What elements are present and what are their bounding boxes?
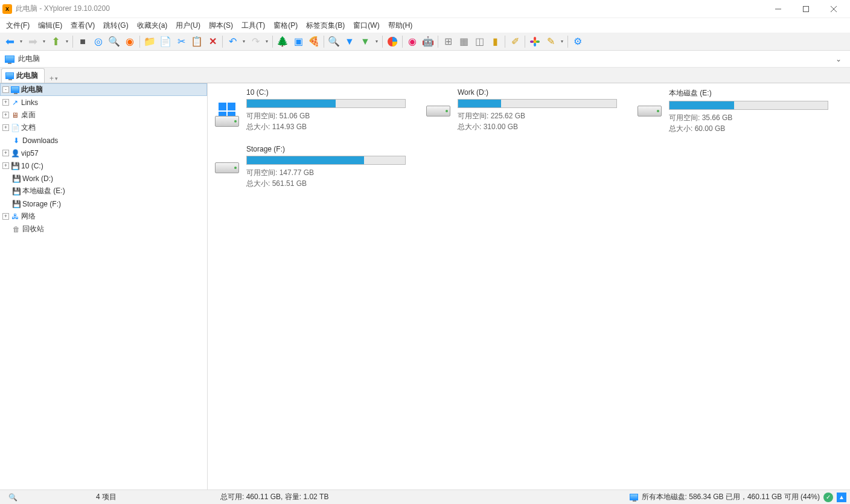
- minimize-button[interactable]: [764, 0, 792, 18]
- tree-expand-toggle[interactable]: +: [2, 124, 9, 131]
- tree-item-[interactable]: +🖧网络: [0, 210, 207, 223]
- search-globe-icon[interactable]: 🔍: [107, 34, 121, 49]
- menu-item-7[interactable]: 工具(T): [238, 19, 269, 32]
- tree-item-vip57[interactable]: +👤vip57: [0, 147, 207, 159]
- separator: [567, 36, 568, 48]
- tab-add[interactable]: + ▾: [46, 74, 62, 83]
- tree-item-10c[interactable]: +💾10 (C:): [0, 159, 207, 172]
- paste-icon[interactable]: 📋: [190, 34, 204, 49]
- cut-icon[interactable]: ✂: [174, 34, 188, 49]
- pizza-icon[interactable]: 🍕: [307, 34, 321, 49]
- new-folder-icon[interactable]: 📁: [142, 34, 157, 49]
- tree-expand-toggle[interactable]: +: [2, 112, 9, 118]
- play-icon[interactable]: ◉: [123, 34, 137, 49]
- tree-expand-toggle[interactable]: -: [2, 86, 9, 93]
- forward-button[interactable]: ➡: [25, 34, 40, 49]
- back-dropdown[interactable]: ▾: [18, 34, 24, 49]
- maximize-button[interactable]: [792, 0, 820, 18]
- list-icon[interactable]: ▦: [456, 34, 471, 49]
- color-icon[interactable]: [528, 34, 542, 49]
- minimize-icon: [775, 6, 781, 12]
- spiral-icon[interactable]: ◉: [405, 34, 420, 49]
- tab-active[interactable]: 此电脑: [1, 68, 45, 83]
- usage-fill: [458, 100, 501, 107]
- tree-item-[interactable]: +🖥桌面: [0, 109, 207, 121]
- pie-icon[interactable]: [385, 34, 400, 49]
- drive-total: 总大小: 60.00 GB: [669, 123, 828, 134]
- menu-item-10[interactable]: 窗口(W): [350, 19, 383, 32]
- gear-icon[interactable]: ⚙: [570, 34, 585, 49]
- status-ok-icon[interactable]: ✓: [823, 493, 833, 502]
- tree-item-workd[interactable]: 💾Work (D:): [0, 172, 207, 185]
- status-up-icon[interactable]: ▲: [837, 493, 846, 502]
- columns-icon[interactable]: ◫: [472, 34, 487, 49]
- usage-fill: [669, 101, 734, 109]
- drive-tile[interactable]: 10 (C:)可用空间: 51.06 GB总大小: 114.93 GB: [212, 88, 406, 134]
- forward-dropdown[interactable]: ▾: [41, 34, 47, 49]
- menu-item-6[interactable]: 脚本(S): [205, 19, 237, 32]
- usage-fill: [247, 100, 336, 107]
- menu-item-9[interactable]: 标签页集(B): [302, 19, 348, 32]
- filter-icon[interactable]: ▼: [342, 34, 357, 49]
- undo-dropdown[interactable]: ▾: [241, 34, 247, 49]
- wand-icon[interactable]: ✎: [543, 34, 558, 49]
- tree-item-[interactable]: +📄文档: [0, 121, 207, 134]
- up-dropdown[interactable]: ▾: [64, 34, 70, 49]
- menu-item-1[interactable]: 编辑(E): [34, 19, 66, 32]
- up-button[interactable]: ⬆: [48, 34, 63, 49]
- folder-tree[interactable]: -此电脑+↗Links+🖥桌面+📄文档⬇Downloads+👤vip57+💾10…: [0, 83, 208, 490]
- target-icon[interactable]: ◎: [91, 34, 106, 49]
- android-icon[interactable]: 🤖: [421, 34, 435, 49]
- menu-item-8[interactable]: 窗格(P): [270, 19, 301, 32]
- drive-name: Work (D:): [458, 88, 617, 97]
- drive-tile[interactable]: Storage (F:)可用空间: 147.77 GB总大小: 561.51 G…: [212, 145, 406, 189]
- tree-item-downloads[interactable]: ⬇Downloads: [0, 134, 207, 147]
- delete-icon[interactable]: ✕: [205, 34, 220, 49]
- filter-dropdown[interactable]: ▾: [374, 34, 380, 49]
- redo-dropdown[interactable]: ▾: [264, 34, 270, 49]
- back-button[interactable]: ⬅: [2, 34, 17, 49]
- menu-item-11[interactable]: 帮助(H): [385, 19, 417, 32]
- separator: [139, 36, 140, 48]
- drive-tile[interactable]: 本地磁盘 (E:)可用空间: 35.66 GB总大小: 60.00 GB: [635, 88, 828, 134]
- menu-item-2[interactable]: 查看(V): [67, 19, 98, 32]
- wand-dropdown[interactable]: ▾: [559, 34, 565, 49]
- menu-item-5[interactable]: 用户(U): [172, 19, 204, 32]
- tree-icon[interactable]: 🌲: [275, 34, 290, 49]
- close-button[interactable]: [820, 0, 848, 18]
- tree-expand-toggle[interactable]: +: [2, 162, 9, 169]
- drive-tile[interactable]: Work (D:)可用空间: 225.62 GB总大小: 310.00 GB: [424, 88, 617, 134]
- tree-expand-toggle[interactable]: +: [2, 150, 9, 156]
- drive-name: Storage (F:): [246, 145, 406, 153]
- detail-icon[interactable]: ▮: [488, 34, 502, 49]
- addressbar[interactable]: 此电脑 ⌄: [0, 51, 850, 68]
- select-icon[interactable]: ▣: [291, 34, 305, 49]
- undo-icon[interactable]: ↶: [225, 34, 240, 49]
- tree-label: 文档: [21, 123, 36, 133]
- grid-icon[interactable]: ⊞: [441, 34, 455, 49]
- redo-icon[interactable]: ↷: [248, 34, 263, 49]
- search-status-icon[interactable]: 🔍: [4, 493, 22, 502]
- tree-item-[interactable]: -此电脑: [0, 83, 207, 96]
- statusbar: 🔍 4 项目 总可用: 460.11 GB, 容量: 1.02 TB 所有本地磁…: [0, 490, 850, 504]
- menu-item-4[interactable]: 收藏夹(a): [133, 19, 171, 32]
- menu-item-0[interactable]: 文件(F): [2, 19, 33, 32]
- drive-name: 10 (C:): [246, 88, 406, 97]
- tree-item-[interactable]: 🗑回收站: [0, 223, 207, 235]
- menu-item-3[interactable]: 跳转(G): [100, 19, 132, 32]
- status-total: 总可用: 460.11 GB, 容量: 1.02 TB: [220, 492, 328, 502]
- tree-label: vip57: [21, 149, 39, 158]
- tree-item-storagef[interactable]: 💾Storage (F:): [0, 197, 207, 210]
- search-icon[interactable]: 🔍: [327, 34, 341, 49]
- tree-item-links[interactable]: +↗Links: [0, 96, 207, 109]
- drive-list[interactable]: 10 (C:)可用空间: 51.06 GB总大小: 114.93 GBWork …: [208, 83, 850, 490]
- dark-icon[interactable]: ■: [75, 34, 90, 49]
- filter-apply-icon[interactable]: ▼: [358, 34, 372, 49]
- tree-expand-toggle[interactable]: +: [2, 213, 9, 220]
- addressbar-dropdown[interactable]: ⌄: [832, 55, 845, 63]
- sweep-icon[interactable]: ✐: [508, 34, 522, 49]
- tree-expand-toggle[interactable]: +: [2, 99, 9, 106]
- tree-item-e[interactable]: 💾本地磁盘 (E:): [0, 185, 207, 197]
- copy-icon[interactable]: 📄: [158, 34, 173, 49]
- titlebar: X 此电脑 - XYplorer 19.10.0200: [0, 0, 850, 18]
